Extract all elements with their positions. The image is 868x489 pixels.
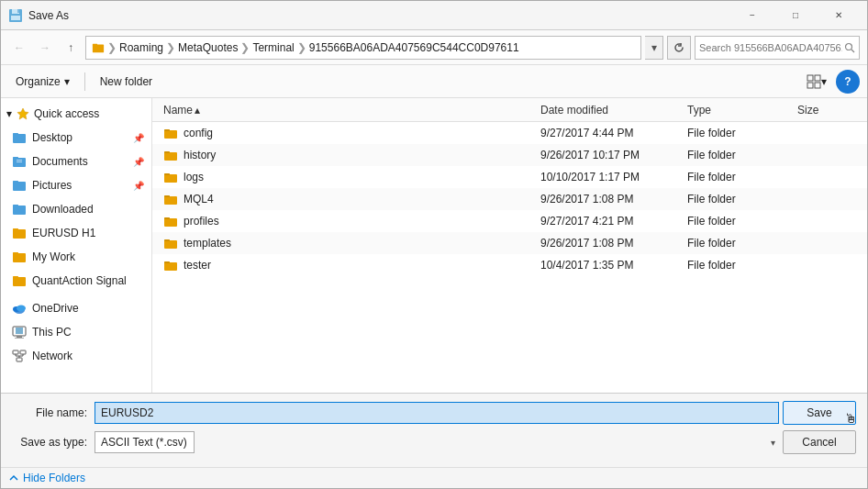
organize-label: Organize	[16, 75, 61, 88]
quantaction-icon	[12, 273, 27, 288]
file-date-cell: 9/27/2017 4:44 PM	[533, 127, 680, 139]
table-row[interactable]: profiles 9/27/2017 4:21 PM File folder	[152, 210, 867, 232]
view-button[interactable]: ▾	[801, 70, 832, 94]
file-name-cell: MQL4	[156, 192, 533, 206]
select-arrow-icon: ▾	[771, 438, 775, 448]
table-row[interactable]: config 9/27/2017 4:44 PM File folder	[152, 122, 867, 144]
svg-point-31	[17, 306, 26, 312]
svg-rect-20	[13, 181, 18, 183]
filename-input[interactable]	[95, 402, 779, 424]
hide-folders-label: Hide Folders	[23, 472, 85, 484]
table-row[interactable]: templates 9/26/2017 1:08 PM File folder	[152, 232, 867, 254]
refresh-button[interactable]	[667, 36, 691, 60]
svg-rect-10	[807, 83, 813, 88]
svg-rect-53	[164, 240, 177, 249]
sort-icon: ▴	[195, 104, 200, 117]
sidebar-item-network[interactable]: Network	[1, 344, 151, 368]
file-list-header: Name ▴ Date modified Type Size	[152, 98, 867, 122]
search-box[interactable]	[695, 36, 860, 60]
file-name-cell: profiles	[156, 214, 533, 228]
col-header-size[interactable]: Size	[790, 104, 863, 117]
file-name-cell: history	[156, 148, 533, 162]
table-row[interactable]: MQL4 9/26/2017 1:08 PM File folder	[152, 188, 867, 210]
title-bar: Save As − □ ✕	[1, 1, 867, 30]
file-type-cell: File folder	[680, 193, 790, 206]
quick-access-header[interactable]: ▾ Quick access	[1, 102, 151, 126]
svg-rect-45	[164, 152, 177, 161]
folder-icon	[163, 236, 178, 250]
file-type-cell: File folder	[680, 149, 790, 161]
maximize-button[interactable]: □	[774, 1, 817, 30]
folder-icon	[163, 192, 178, 206]
my-work-icon	[12, 250, 27, 264]
path-crumb-metaquotes: MetaQuotes	[178, 41, 238, 54]
table-row[interactable]: history 9/26/2017 10:17 PM File folder	[152, 144, 867, 166]
saveastype-row: Save as type: ASCII Text (*.csv) ▾ Cance…	[12, 430, 856, 454]
sidebar-item-downloaded[interactable]: Downloaded	[1, 197, 151, 221]
sidebar-item-documents[interactable]: Documents 📌	[1, 150, 151, 173]
path-crumb-roaming: Roaming	[119, 41, 163, 54]
save-button[interactable]: Save 🖱	[783, 401, 856, 425]
dialog-icon	[8, 8, 23, 23]
toolbar-right: ▾ ?	[801, 70, 860, 94]
svg-rect-51	[164, 218, 177, 227]
pictures-label: Pictures	[32, 179, 72, 192]
minimize-button[interactable]: −	[731, 1, 773, 30]
svg-rect-22	[13, 205, 18, 206]
svg-rect-33	[16, 328, 23, 334]
col-header-type[interactable]: Type	[680, 104, 790, 117]
save-as-dialog: Save As − □ ✕ ← → ↑ ❯ Roaming ❯ MetaQuot…	[0, 0, 868, 489]
window-controls: − □ ✕	[731, 1, 860, 30]
new-folder-button[interactable]: New folder	[93, 70, 160, 94]
col-header-name[interactable]: Name ▴	[156, 104, 533, 117]
quick-access-icon	[16, 106, 30, 121]
new-folder-label: New folder	[100, 75, 152, 88]
table-row[interactable]: logs 10/10/2017 1:17 PM File folder	[152, 166, 867, 188]
back-button[interactable]: ←	[8, 37, 30, 59]
sidebar-item-pictures[interactable]: Pictures 📌	[1, 173, 151, 197]
organize-button[interactable]: Organize ▾	[8, 70, 77, 94]
svg-rect-48	[164, 173, 170, 175]
documents-label: Documents	[32, 155, 88, 168]
col-header-date[interactable]: Date modified	[533, 104, 680, 117]
file-type-cell: File folder	[680, 171, 790, 183]
toolbar-separator	[84, 72, 85, 91]
folder-icon	[163, 126, 178, 140]
sidebar-item-desktop[interactable]: Desktop 📌	[1, 126, 151, 150]
documents-pin-icon: 📌	[133, 157, 144, 167]
file-date-cell: 9/27/2017 4:21 PM	[533, 215, 680, 228]
sidebar-item-my-work[interactable]: My Work	[1, 245, 151, 269]
sidebar-item-thispc[interactable]: This PC	[1, 320, 151, 344]
svg-rect-13	[13, 134, 26, 143]
svg-rect-55	[164, 262, 177, 271]
file-type-cell: File folder	[680, 215, 790, 228]
close-button[interactable]: ✕	[818, 1, 860, 30]
search-input[interactable]	[699, 42, 842, 53]
svg-rect-5	[93, 43, 97, 45]
svg-line-7	[851, 50, 854, 52]
forward-button[interactable]: →	[34, 37, 56, 59]
help-button[interactable]: ?	[836, 70, 860, 94]
file-type-cell: File folder	[680, 259, 790, 272]
saveastype-select[interactable]: ASCII Text (*.csv)	[95, 431, 195, 453]
eurusd-h1-label: EURUSD H1	[32, 227, 95, 239]
svg-rect-25	[13, 253, 26, 262]
sidebar-item-eurusd-h1[interactable]: EURUSD H1	[1, 221, 151, 245]
file-name-cell: config	[156, 126, 533, 140]
svg-rect-21	[13, 206, 26, 215]
onedrive-icon	[12, 301, 27, 316]
path-crumb-id: 915566BA06ADA407569C544CC0D97611	[309, 41, 519, 54]
table-row[interactable]: tester 10/4/2017 1:35 PM File folder	[152, 254, 867, 276]
svg-rect-19	[13, 182, 26, 191]
address-dropdown-button[interactable]: ▾	[645, 36, 663, 60]
svg-rect-56	[164, 261, 170, 263]
sidebar-item-onedrive[interactable]: OneDrive	[1, 296, 151, 320]
up-button[interactable]: ↑	[60, 37, 82, 59]
sidebar-item-quantaction[interactable]: QuantAction Signal	[1, 269, 151, 293]
cancel-button[interactable]: Cancel	[783, 430, 856, 454]
hide-folders-row[interactable]: Hide Folders	[1, 467, 867, 488]
sidebar: ▾ Quick access Desktop 📌	[1, 98, 152, 393]
address-path[interactable]: ❯ Roaming ❯ MetaQuotes ❯ Terminal ❯ 9155…	[85, 36, 641, 60]
svg-rect-14	[13, 133, 18, 135]
pictures-icon	[12, 178, 27, 193]
